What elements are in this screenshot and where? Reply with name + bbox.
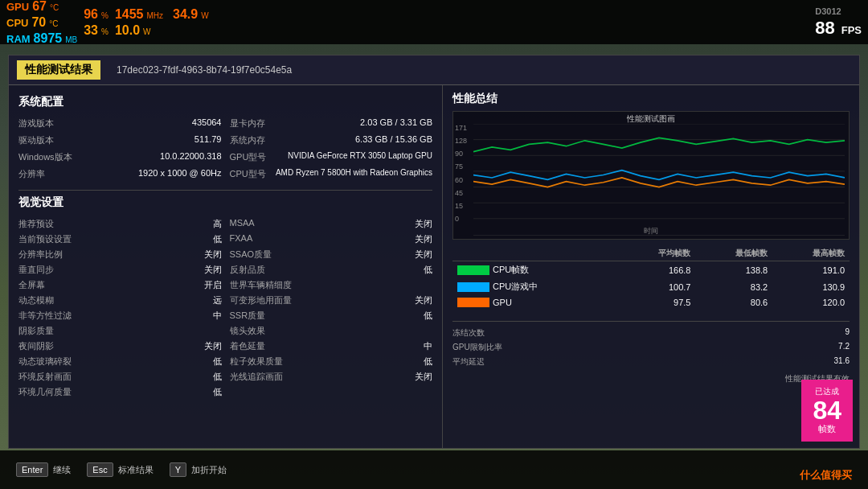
- legend-cpu-gaming: CPU游戏中: [457, 281, 614, 293]
- ram-value: 8975: [34, 31, 63, 46]
- chart-title: 性能测试图画: [627, 113, 675, 125]
- config-game-version: 游戏版本 435064: [18, 116, 222, 131]
- config-windows: Windows版本 10.0.22000.318: [18, 150, 222, 165]
- hud-bar: GPU 67 °C CPU 70 °C RAM 8975 MB 96 % 33: [0, 0, 868, 44]
- setting-fullscreen: 全屏幕 开启: [18, 277, 222, 293]
- fps-code: D3012: [815, 6, 841, 16]
- config-resolution: 分辨率 1920 x 1000 @ 60Hz: [18, 166, 222, 182]
- setting-world-cars: 世界车辆精细度: [230, 277, 433, 293]
- achievement-number: 84: [813, 397, 841, 423]
- setting-glass: 动态玻璃碎裂 低: [18, 354, 222, 369]
- chart-x-label: 时间: [644, 226, 658, 236]
- gpu-stats: GPU 67 °C CPU 70 °C RAM 8975 MB 96 % 33: [6, 0, 209, 46]
- setting-vsync: 垂直同步 关闭: [18, 262, 222, 277]
- gpu-temp-unit: °C: [50, 3, 59, 12]
- esc-key: Esc: [87, 462, 113, 477]
- col-header-high: 最高帧数: [772, 246, 850, 261]
- panel-header: 性能测试结果 17dec023-7fdf-4963-8b74-19f7e0c54…: [9, 55, 859, 85]
- perf-valid: 性能测试结果有效: [452, 373, 850, 384]
- stat-row-cpu-gaming: CPU游戏中 100.7 83.2 130.9: [452, 278, 850, 295]
- stats-divider: [452, 321, 850, 322]
- cpu-temp-unit: °C: [49, 19, 58, 28]
- stat-freeze: 冻结次数 9: [452, 327, 850, 339]
- panel-body: 系统配置 游戏版本 435064 显卡内存 2.03 GB / 3.31 GB …: [9, 85, 859, 448]
- setting-night-shadow: 夜间阴影 关闭: [18, 339, 222, 354]
- setting-aniso: 非等方性过滤 中: [18, 308, 222, 323]
- y-label: 加折开始: [191, 464, 227, 476]
- enter-key: Enter: [16, 462, 48, 477]
- gpu-high: 120.0: [772, 295, 850, 310]
- setting-ssao: SSAO质量 关闭: [230, 247, 433, 262]
- bottom-bar: Enter 继续 Esc 标准结果 Y 加折开始 什么值得买: [0, 450, 868, 489]
- stat-row-gpu: GPU 97.5 80.6 120.0: [452, 295, 850, 310]
- left-section: 系统配置 游戏版本 435064 显卡内存 2.03 GB / 3.31 GB …: [9, 85, 443, 448]
- setting-ssr: SSR质量 低: [230, 308, 433, 323]
- setting-fxaa: FXAA 关闭: [230, 232, 433, 247]
- perf-summary-title: 性能总结: [452, 92, 850, 106]
- section-divider: [18, 190, 432, 191]
- stat-row-cpu: CPU帧数 166.8 138.8 191.0: [452, 261, 850, 279]
- cpu-high: 191.0: [772, 261, 850, 279]
- cpu-load-unit: %: [101, 27, 108, 36]
- setting-lens: 镜头效果: [230, 323, 433, 339]
- col-header-name: [452, 246, 619, 261]
- visual-settings-grid: 推荐预设 高 当前预设设置 低 分辨率比例 关闭 垂直同步 关闭: [18, 216, 432, 400]
- achievement-label: 帧数: [813, 423, 841, 435]
- setting-motion-blur: 动态模糊 远: [18, 293, 222, 308]
- setting-env-geo: 环境几何质量 低: [18, 384, 222, 400]
- gpu-label: GPU: [6, 1, 29, 13]
- cpu-gaming-high: 130.9: [772, 278, 850, 295]
- ram-unit: MB: [65, 35, 77, 44]
- chart-svg: [473, 124, 845, 236]
- achievement-badge: 已达成 84 帧数: [801, 380, 853, 442]
- key-esc: Esc 标准结果: [87, 462, 153, 477]
- esc-label: 标准结果: [118, 464, 154, 476]
- fps-stats: D3012 88 FPS: [815, 6, 862, 39]
- setting-env-reflect: 环境反射画面 低: [18, 369, 222, 384]
- cpu-load: 33: [84, 23, 98, 38]
- system-config-grid: 游戏版本 435064 显卡内存 2.03 GB / 3.31 GB 驱动版本 …: [18, 116, 432, 182]
- right-section: 性能总结 性能测试图画 171 128 90 75 60 45 15 0: [443, 85, 859, 448]
- cpu-label: CPU: [6, 17, 28, 29]
- stat-avg-latency: 平均延迟 31.6: [452, 355, 850, 368]
- system-config-title: 系统配置: [18, 95, 432, 109]
- gpu-clock: 1455: [115, 7, 144, 22]
- cpu-low: 138.8: [695, 261, 772, 279]
- cpu-clock-unit: W: [143, 27, 150, 36]
- extra-stats: 冻结次数 9 GPU限制比率 7.2 平均延迟 31.6: [452, 327, 850, 368]
- enter-label: 继续: [53, 464, 71, 476]
- visual-settings-title: 视觉设置: [18, 195, 432, 210]
- watermark: 什么值得买: [800, 468, 852, 483]
- config-gpu-model: GPU型号 NVIDIA GeForce RTX 3050 Laptop GPU: [230, 150, 433, 165]
- stat-gpu-limit: GPU限制比率 7.2: [452, 341, 850, 354]
- gpu-avg: 97.5: [619, 295, 696, 310]
- setting-shading: 着色延量 中: [230, 339, 433, 354]
- setting-raytracing: 光线追踪画面 关闭: [230, 369, 433, 384]
- panel-id: 17dec023-7fdf-4963-8b74-19f7e0c54e5a: [117, 64, 292, 76]
- legend-gpu: GPU: [457, 298, 614, 307]
- legend-cpu: CPU帧数: [457, 264, 614, 276]
- key-enter: Enter 继续: [16, 462, 71, 477]
- cpu-gaming-avg: 100.7: [619, 278, 696, 295]
- gpu-load-unit: %: [101, 11, 108, 20]
- cpu-gaming-low: 83.2: [695, 278, 772, 295]
- setting-particles: 粒子效果质量 低: [230, 354, 433, 369]
- config-driver: 驱动版本 511.79: [18, 133, 222, 148]
- setting-shadow: 阴影质量: [18, 323, 222, 339]
- setting-reflect-quality: 反射品质 低: [230, 262, 433, 277]
- config-ram: 系统内存 6.33 GB / 15.36 GB: [230, 133, 433, 148]
- gpu-power-unit: W: [201, 11, 208, 20]
- gpu-low: 80.6: [695, 295, 772, 310]
- setting-deform: 可变形地用面量 关闭: [230, 293, 433, 308]
- ram-label: RAM: [6, 33, 31, 45]
- key-y: Y 加折开始: [170, 462, 227, 477]
- setting-res-scale: 分辨率比例 关闭: [18, 247, 222, 262]
- cpu-temp: 70: [31, 15, 46, 30]
- stats-table: 平均帧数 最低帧数 最高帧数 CPU帧数 166.8: [452, 246, 850, 310]
- fps-label: FPS: [841, 24, 862, 36]
- gpu-power: 34.9: [173, 7, 198, 22]
- gpu-temp: 67: [32, 0, 47, 14]
- y-key: Y: [170, 462, 186, 477]
- gpu-load: 96: [84, 7, 98, 22]
- gpu-clock-unit: MHz: [147, 11, 164, 20]
